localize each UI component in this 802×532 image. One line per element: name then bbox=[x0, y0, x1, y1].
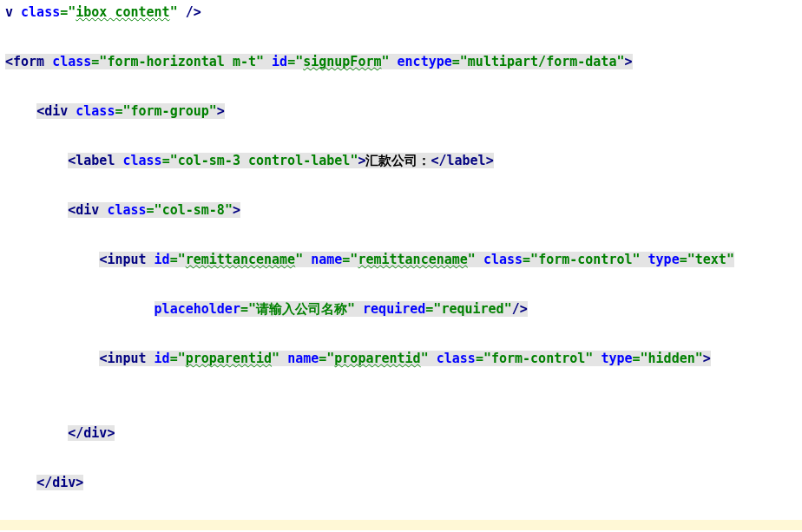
highlighted-blank-line bbox=[0, 520, 802, 530]
code-line: </div> bbox=[0, 470, 802, 496]
code-line: <label class="col-sm-3 control-label">汇款… bbox=[0, 148, 802, 174]
code-line: <div class="form-group"> bbox=[0, 99, 802, 124]
code-line: placeholder="请输入公司名称" required="required… bbox=[0, 297, 802, 322]
code-line: </div> bbox=[0, 421, 802, 446]
code-line: <input id="proparentid" name="proparenti… bbox=[0, 346, 802, 371]
code-block: v class="ibox content" /> <form class="f… bbox=[0, 0, 802, 532]
code-line: <div class="col-sm-8"> bbox=[0, 198, 802, 223]
code-line: v class="ibox content" /> bbox=[0, 0, 802, 25]
code-line: <input id="remittancename" name="remitta… bbox=[0, 247, 802, 273]
code-line: <form class="form-horizontal m-t" id="si… bbox=[0, 49, 802, 75]
